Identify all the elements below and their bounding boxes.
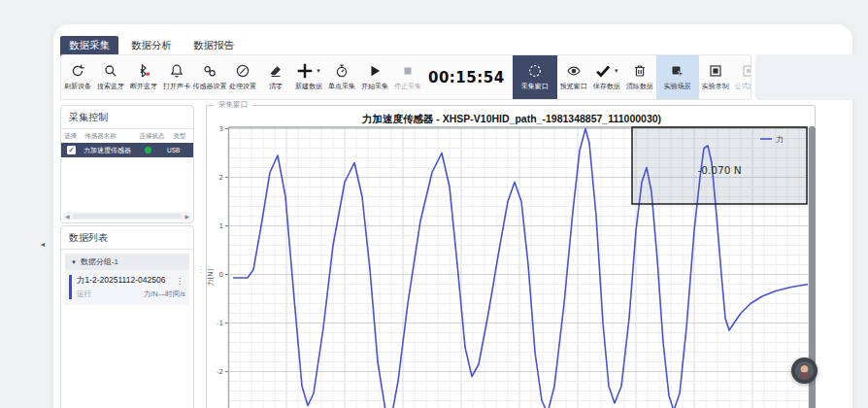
button-label: 刷新设备: [64, 82, 91, 91]
single-point-icon: [334, 63, 350, 80]
button-label: 实验录制: [702, 82, 729, 91]
plus-icon: ▼: [296, 63, 321, 80]
button-label: 清除数据: [626, 82, 653, 91]
toolbar: 刷新设备 搜索蓝牙 断开蓝牙 打开声卡: [60, 54, 751, 100]
svg-text:2: 2: [219, 174, 223, 182]
main-tabs: 数据采集 数据分析 数据报告: [60, 36, 243, 56]
avatar-icon: [794, 360, 815, 381]
horizontal-scrollbar[interactable]: ◀ ▶: [63, 212, 191, 221]
tab-data-report[interactable]: 数据报告: [184, 36, 243, 56]
eye-icon: [566, 63, 582, 80]
zero-button[interactable]: 清零: [259, 55, 292, 99]
data-list-item[interactable]: 力1-2-20251112-042506 ⋮ 运行 力/N—时间/s: [65, 270, 189, 305]
trash-icon: [632, 63, 648, 80]
preview-window-button[interactable]: 预览窗口: [557, 55, 590, 99]
caret-down-icon: ▼: [316, 68, 321, 74]
scroll-left-icon[interactable]: ◀: [63, 213, 72, 220]
button-label: 单点采集: [328, 82, 355, 91]
svg-text:-2: -2: [217, 368, 223, 376]
button-label: 打开声卡: [163, 82, 190, 91]
sensor-name: 力加速度传感器: [83, 146, 137, 155]
panel-title: 数据列表: [61, 226, 193, 250]
sensor-checkbox[interactable]: ✓: [67, 146, 76, 154]
disconnect-bluetooth-button[interactable]: 断开蓝牙: [127, 55, 160, 99]
button-label: 清零: [269, 82, 283, 91]
annotation-value: -0.070 N: [697, 164, 741, 176]
record-icon: [708, 63, 723, 80]
kebab-menu-icon[interactable]: ⋮: [174, 277, 185, 286]
acquisition-window-button[interactable]: 采集窗口: [513, 55, 557, 99]
button-label: 搜索蓝牙: [97, 82, 124, 91]
chevron-down-icon: ▼: [71, 259, 77, 265]
scroll-track[interactable]: [73, 214, 183, 219]
svg-text:1: 1: [219, 222, 223, 230]
sensor-table-header: 选择 传感器名称 连接状态 类型: [61, 129, 193, 143]
assistant-avatar-button[interactable]: [791, 357, 818, 384]
button-label: 传感器设置: [193, 82, 227, 91]
data-item-state: 运行: [77, 289, 91, 299]
refresh-device-button[interactable]: 刷新设备: [61, 55, 94, 99]
y-axis: 3210-1-2力[N]: [207, 126, 228, 376]
data-group-row[interactable]: ▼ 数据分组-1: [65, 254, 189, 270]
chart-title: 力加速度传感器 - XHSP-V10HID_path_-1981348857_1…: [207, 113, 817, 126]
tab-data-acquisition[interactable]: 数据采集: [60, 36, 118, 56]
button-label: 新建数据: [295, 82, 322, 91]
bell-icon: [169, 63, 184, 80]
start-acquisition-button[interactable]: 开始采集: [358, 55, 391, 99]
acquisition-chart-panel: 采集窗口 力加速度传感器 - XHSP-V10HID_path_-1981348…: [206, 105, 816, 408]
panel-title: 采集控制: [61, 106, 193, 129]
dashed-circle-icon: [527, 63, 543, 80]
acquisition-timer: 00:15:54: [424, 55, 513, 99]
sensor-type: USB: [167, 147, 180, 153]
sensor-row[interactable]: ✓ 力加速度传感器 USB: [61, 143, 193, 157]
col-status: 连接状态: [140, 132, 174, 141]
svg-text:-1: -1: [217, 320, 223, 327]
panel-resize-handle[interactable]: ⋮⋮: [197, 265, 211, 274]
panel-legend-label: 采集窗口: [215, 100, 251, 110]
save-data-button[interactable]: ▼ 保存数据: [590, 55, 623, 99]
button-label: 公式计算: [735, 82, 751, 91]
legend-label: 力: [776, 135, 784, 144]
single-point-button[interactable]: 单点采集: [325, 55, 358, 99]
new-data-button[interactable]: ▼ 新建数据: [292, 55, 325, 99]
open-soundcard-button[interactable]: 打开声卡: [160, 55, 193, 99]
chart-plot[interactable]: 3210-1-2力[N] -0.070 N 力: [207, 126, 820, 408]
data-item-title: 力1-2-20251112-042506: [77, 275, 165, 287]
stop-icon: [400, 63, 416, 80]
button-label: 处理设置: [229, 82, 256, 91]
col-select: 选择: [64, 132, 84, 141]
scroll-right-icon[interactable]: ▶: [183, 213, 191, 220]
play-icon: [367, 63, 383, 80]
stop-acquisition-button[interactable]: 停止采集: [391, 55, 424, 99]
bluetooth-off-icon: [136, 63, 151, 80]
svg-text:3: 3: [219, 126, 223, 133]
sensor-icon: [202, 63, 217, 80]
search-icon: [103, 63, 118, 80]
search-bluetooth-button[interactable]: 搜索蓝牙: [94, 55, 127, 99]
clear-data-button[interactable]: 清除数据: [623, 55, 656, 99]
button-label: 预览窗口: [560, 82, 587, 91]
experiment-record-button[interactable]: 实验录制: [699, 55, 732, 99]
tab-data-analysis[interactable]: 数据分析: [122, 36, 181, 56]
col-sensor-name: 传感器名称: [84, 132, 139, 141]
button-label: 断开蓝牙: [130, 82, 157, 91]
data-item-axes: 力/N—时间/s: [144, 289, 185, 299]
col-type: 类型: [174, 132, 190, 141]
formula-calc-button[interactable]: 公式计算: [732, 55, 751, 99]
experiment-scene-button[interactable]: 实验场景: [656, 55, 699, 99]
scene-icon: [670, 63, 685, 80]
acquisition-control-panel: 采集控制 选择 传感器名称 连接状态 类型 ✓ 力加速度传感器 USB ◀ ▶: [60, 105, 194, 223]
button-label: 开始采集: [361, 82, 388, 91]
process-settings-button[interactable]: 处理设置: [226, 55, 259, 99]
refresh-icon: [70, 63, 85, 80]
button-label: 保存数据: [593, 82, 620, 91]
status-dot: [145, 147, 151, 153]
sensor-settings-button[interactable]: 传感器设置: [193, 55, 226, 99]
button-label: 采集窗口: [521, 82, 549, 91]
sidebar-collapse-icon[interactable]: ◂: [41, 240, 45, 249]
app-window: 数据采集 数据分析 数据报告 刷新设备 搜索蓝牙 断开蓝牙: [53, 24, 852, 408]
edit-circle-icon: [235, 63, 250, 80]
formula-icon: [741, 63, 751, 80]
check-icon: ▼: [594, 63, 619, 80]
caret-down-icon: ▼: [614, 68, 619, 74]
